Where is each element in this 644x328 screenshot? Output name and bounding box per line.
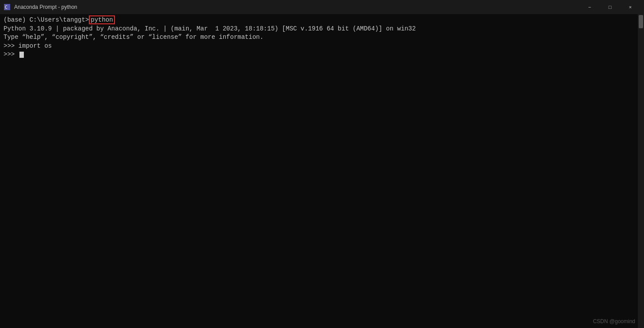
scrollbar[interactable] (638, 14, 644, 328)
title-bar-left: C Anaconda Prompt - python (4, 4, 77, 11)
credits-text: credits (104, 34, 130, 41)
scrollbar-track[interactable] (638, 14, 644, 328)
scrollbar-thumb[interactable] (639, 15, 643, 28)
credits-prefix: ”, “ (89, 34, 104, 41)
terminal-body[interactable]: (base) C:\Users\tanggt>python Python 3.1… (0, 14, 644, 328)
window-title: Anaconda Prompt - python (14, 4, 77, 10)
window: C Anaconda Prompt - python − □ × (base) … (0, 0, 644, 328)
terminal-line-2: Python 3.10.9 | packaged by Anaconda, In… (4, 25, 640, 34)
minimize-button[interactable]: − (579, 0, 600, 14)
python-command-highlight: python (89, 15, 114, 24)
or-text: ” or “license” for more information. (130, 34, 263, 41)
watermark: CSDN @goomind (593, 318, 635, 324)
maximize-button[interactable]: □ (600, 0, 620, 14)
close-button[interactable]: × (620, 0, 640, 14)
copyright-text: copyright (56, 34, 89, 41)
svg-text:C: C (5, 5, 8, 10)
terminal-line-5: >>> (4, 50, 640, 59)
terminal-line-3: Type “help”, “copyright”, “credits” or “… (4, 33, 640, 42)
terminal-line-4: >>> import os (4, 42, 640, 51)
title-bar-controls: − □ × (579, 0, 640, 14)
prompt-prefix: (base) C:\Users\tanggt> (4, 16, 89, 23)
cursor (19, 52, 24, 58)
terminal-icon: C (4, 4, 11, 11)
title-bar: C Anaconda Prompt - python − □ × (0, 0, 644, 14)
prompt-symbol: >>> (4, 51, 19, 58)
terminal-line-1: (base) C:\Users\tanggt>python (4, 16, 640, 25)
type-help-text: Type “help”, “ (4, 34, 56, 41)
